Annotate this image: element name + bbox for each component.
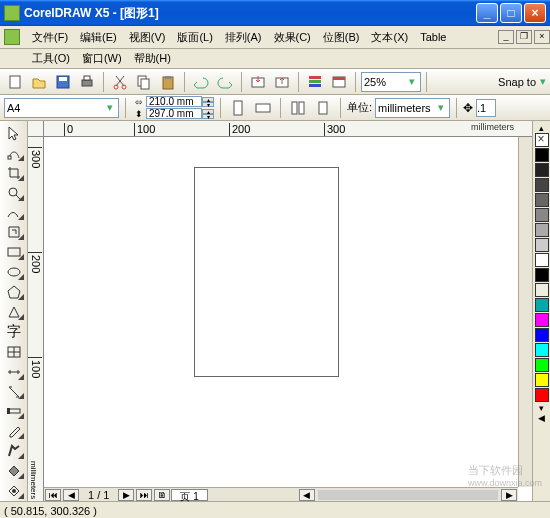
menu-help[interactable]: 帮助(H) [128,48,177,69]
nudge-input[interactable] [476,99,496,117]
menu-layout[interactable]: 版面(L) [171,27,218,48]
scroll-right-button[interactable]: ▶ [501,489,517,501]
basicshape-tool[interactable] [2,302,26,322]
color-swatch[interactable] [535,193,549,207]
currentpage-button[interactable] [312,97,334,119]
landscape-button[interactable] [252,97,274,119]
color-swatch[interactable] [535,283,549,297]
ellipse-tool[interactable] [2,262,26,282]
menu-tools[interactable]: 工具(O) [26,48,76,69]
next-page-button[interactable]: ▶ [118,489,134,501]
last-page-button[interactable]: ⏭ [136,489,152,501]
page[interactable] [194,167,339,377]
smart-fill-tool[interactable] [2,222,26,242]
close-button[interactable]: × [524,3,546,23]
ruler-origin[interactable] [28,121,44,137]
rectangle-tool[interactable] [2,242,26,262]
color-swatch[interactable] [535,358,549,372]
portrait-button[interactable] [227,97,249,119]
color-swatch[interactable] [535,253,549,267]
text-tool[interactable]: 字 [2,322,26,342]
snapto-label[interactable]: Snap to [498,76,538,88]
menu-arrange[interactable]: 排列(A) [219,27,268,48]
menu-view[interactable]: 视图(V) [123,27,172,48]
palette-expand[interactable]: ◀ [535,413,549,423]
canvas[interactable] [44,137,518,487]
maximize-button[interactable]: □ [500,3,522,23]
menu-file[interactable]: 文件(F) [26,27,74,48]
pick-tool[interactable] [2,123,26,143]
swatch-none[interactable] [535,133,549,147]
menu-edit[interactable]: 编辑(E) [74,27,123,48]
page-width-input[interactable] [146,96,202,107]
zoom-tool[interactable] [2,183,26,203]
outline-tool[interactable] [2,441,26,461]
scroll-left-button[interactable]: ◀ [299,489,315,501]
color-swatch[interactable] [535,163,549,177]
color-swatch[interactable] [535,238,549,252]
dimension-tool[interactable] [2,362,26,382]
polygon-tool[interactable] [2,282,26,302]
pagesize-input[interactable] [7,102,104,114]
pagesize-combo[interactable]: ▾ [4,98,119,118]
zoom-combo[interactable]: ▾ [361,72,421,92]
interactive-fill-tool[interactable] [2,481,26,501]
first-page-button[interactable]: ⏮ [45,489,61,501]
export-button[interactable] [271,71,293,93]
freehand-tool[interactable] [2,203,26,223]
scrollbar-vertical[interactable] [518,137,532,487]
undo-button[interactable] [190,71,212,93]
fill-tool[interactable] [2,461,26,481]
zoom-input[interactable] [364,76,407,88]
redo-button[interactable] [214,71,236,93]
color-swatch[interactable] [535,268,549,282]
new-button[interactable] [4,71,26,93]
ruler-horizontal[interactable]: 0 100 200 300 millimeters [44,121,532,137]
prev-page-button[interactable]: ◀ [63,489,79,501]
copy-button[interactable] [133,71,155,93]
color-swatch[interactable] [535,343,549,357]
open-button[interactable] [28,71,50,93]
paste-button[interactable] [157,71,179,93]
units-input[interactable] [378,102,435,114]
welcome-button[interactable] [328,71,350,93]
color-swatch[interactable] [535,313,549,327]
page-tab[interactable]: 页 1 [171,489,207,501]
color-swatch[interactable] [535,328,549,342]
menu-effects[interactable]: 效果(C) [268,27,317,48]
crop-tool[interactable] [2,163,26,183]
color-swatch[interactable] [535,223,549,237]
spin-down[interactable]: ▾ [202,102,214,107]
color-swatch[interactable] [535,178,549,192]
units-combo[interactable]: ▾ [375,98,450,118]
table-tool[interactable] [2,342,26,362]
minimize-button[interactable]: _ [476,3,498,23]
connector-tool[interactable] [2,382,26,402]
menu-bitmap[interactable]: 位图(B) [317,27,366,48]
allpages-button[interactable] [287,97,309,119]
cut-button[interactable] [109,71,131,93]
menu-window[interactable]: 窗口(W) [76,48,128,69]
shape-tool[interactable] [2,143,26,163]
mdi-restore[interactable]: ❐ [516,30,532,44]
scrollbar-horizontal[interactable] [318,490,498,500]
palette-down[interactable]: ▾ [535,403,549,413]
mdi-minimize[interactable]: _ [498,30,514,44]
eyedropper-tool[interactable] [2,421,26,441]
save-button[interactable] [52,71,74,93]
color-swatch[interactable] [535,208,549,222]
app-launcher-button[interactable] [304,71,326,93]
mdi-close[interactable]: × [534,30,550,44]
add-page-button[interactable]: 🗎 [154,489,170,501]
color-swatch[interactable] [535,298,549,312]
import-button[interactable] [247,71,269,93]
color-swatch[interactable] [535,373,549,387]
menu-table[interactable]: Table [414,28,452,46]
menu-text[interactable]: 文本(X) [365,27,414,48]
color-swatch[interactable] [535,388,549,402]
page-height-input[interactable] [146,108,202,119]
print-button[interactable] [76,71,98,93]
color-swatch[interactable] [535,148,549,162]
spin-down[interactable]: ▾ [202,114,214,119]
interactive-tool[interactable] [2,401,26,421]
